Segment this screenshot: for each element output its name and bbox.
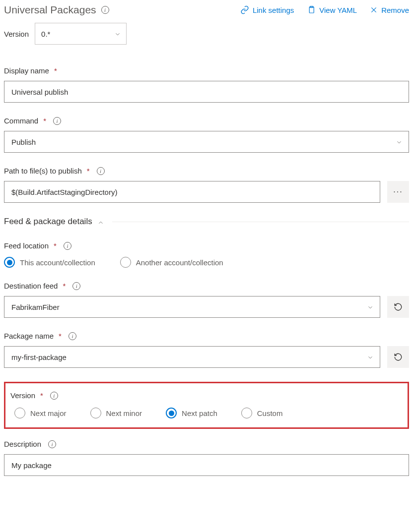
- link-settings-action[interactable]: Link settings: [240, 5, 294, 14]
- description-label: Description: [4, 440, 41, 448]
- path-input[interactable]: [4, 181, 380, 203]
- version-patch-option[interactable]: Next patch: [166, 408, 217, 418]
- radio-selected-icon: [4, 257, 15, 268]
- display-name-label: Display name*: [4, 66, 57, 75]
- version-top-select[interactable]: 0.*: [35, 23, 127, 45]
- version-top-label: Version: [4, 30, 29, 38]
- version-minor-label: Next minor: [106, 409, 142, 417]
- view-yaml-label: View YAML: [319, 6, 357, 14]
- info-icon[interactable]: i: [72, 282, 80, 290]
- refresh-button[interactable]: [387, 346, 409, 368]
- info-icon[interactable]: i: [53, 117, 61, 125]
- radio-icon: [241, 408, 252, 418]
- refresh-button[interactable]: [387, 296, 409, 318]
- refresh-icon: [394, 353, 403, 361]
- command-label: Command*: [4, 117, 46, 125]
- destination-feed-label: Destination feed*: [4, 282, 66, 290]
- version-major-option[interactable]: Next major: [14, 408, 67, 418]
- info-icon[interactable]: i: [48, 440, 56, 448]
- version-label: Version*: [10, 391, 43, 400]
- path-label: Path to file(s) to publish*: [4, 167, 90, 175]
- destination-feed-select[interactable]: FabrikamFiber: [4, 296, 380, 318]
- radio-icon: [120, 257, 131, 268]
- package-name-label: Package name*: [4, 332, 62, 340]
- display-name-input[interactable]: [4, 81, 409, 103]
- version-highlight-box: Version* i Next major Next minor Next pa…: [4, 382, 409, 429]
- feed-location-label: Feed location*: [4, 241, 57, 250]
- refresh-icon: [394, 302, 403, 311]
- description-input[interactable]: [4, 454, 409, 476]
- feed-location-another-option[interactable]: Another account/collection: [120, 257, 223, 268]
- remove-action[interactable]: Remove: [370, 6, 409, 14]
- ellipsis-icon: ···: [393, 187, 403, 196]
- version-major-label: Next major: [30, 409, 67, 417]
- divider: [112, 222, 409, 222]
- version-custom-option[interactable]: Custom: [241, 408, 283, 418]
- package-name-select[interactable]: my-first-package: [4, 346, 380, 368]
- view-yaml-action[interactable]: View YAML: [307, 5, 357, 14]
- info-icon[interactable]: i: [101, 6, 109, 14]
- chevron-up-icon: [97, 219, 103, 225]
- chevron-down-icon: [396, 139, 402, 145]
- version-top-value: 0.*: [41, 30, 50, 38]
- package-name-value: my-first-package: [11, 353, 67, 361]
- feed-location-this-option[interactable]: This account/collection: [4, 257, 95, 268]
- info-icon[interactable]: i: [97, 167, 105, 175]
- link-icon: [240, 5, 249, 14]
- info-icon[interactable]: i: [64, 242, 71, 250]
- info-icon[interactable]: i: [50, 392, 58, 400]
- info-icon[interactable]: i: [69, 332, 76, 340]
- remove-label: Remove: [381, 6, 409, 14]
- chevron-down-icon: [114, 31, 120, 37]
- section-title: Feed & package details: [4, 217, 92, 227]
- radio-icon: [90, 408, 101, 418]
- command-select[interactable]: Publish: [4, 131, 409, 153]
- section-feed-package-details[interactable]: Feed & package details: [4, 217, 409, 227]
- command-value: Publish: [11, 138, 36, 146]
- version-custom-label: Custom: [257, 409, 283, 417]
- feed-location-this-label: This account/collection: [20, 258, 95, 267]
- chevron-down-icon: [367, 304, 373, 310]
- destination-feed-value: FabrikamFiber: [11, 303, 60, 311]
- version-minor-option[interactable]: Next minor: [90, 408, 142, 418]
- link-settings-label: Link settings: [253, 6, 294, 14]
- feed-location-another-label: Another account/collection: [136, 258, 223, 267]
- chevron-down-icon: [367, 354, 373, 360]
- close-icon: [370, 6, 378, 14]
- version-patch-label: Next patch: [182, 409, 217, 417]
- page-title: Universal Packages: [4, 4, 96, 16]
- radio-selected-icon: [166, 408, 177, 418]
- radio-icon: [14, 408, 25, 418]
- browse-button[interactable]: ···: [387, 181, 409, 203]
- clipboard-icon: [307, 5, 316, 14]
